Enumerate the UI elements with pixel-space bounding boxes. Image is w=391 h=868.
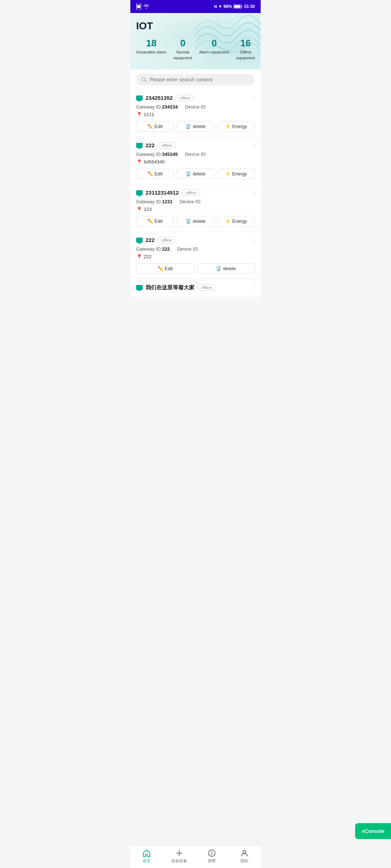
energy-icon-1: ⚡ <box>225 124 231 129</box>
device-location-3: 📍 123 <box>136 207 255 212</box>
status-badge-2: offline <box>157 142 176 149</box>
chevron-right-3[interactable]: › <box>253 190 255 196</box>
edit-button-2[interactable]: ✏️ Edit <box>136 169 174 179</box>
device-header-1: 234251352 offline › <box>136 95 255 101</box>
search-icon <box>141 77 147 82</box>
battery-icon <box>234 4 242 9</box>
device-card-4: 222 offline › Gateway ID:222 Device ID: … <box>130 232 261 279</box>
status-badge-4: offline <box>157 237 176 243</box>
svg-rect-1 <box>137 5 140 8</box>
device-location-1: 📍 1111 <box>136 112 255 118</box>
device-actions-3: ✏️ Edit 🗑️ delete ⚡ Energy <box>136 216 255 226</box>
search-input[interactable] <box>150 77 250 82</box>
device-info-4: Gateway ID:222 Device ID: <box>136 246 255 252</box>
energy-icon-3: ⚡ <box>225 218 231 224</box>
device-name-2: 222 <box>146 142 155 148</box>
device-card-3: 23112314512 offline › Gateway ID:1231 De… <box>130 184 261 232</box>
device-header-3: 23112314512 offline › <box>136 190 255 196</box>
device-location-4: 📍 222 <box>136 254 255 260</box>
hero-section: IOT 18 Unhandled alarm 0 Normalequipment… <box>130 13 261 69</box>
location-icon-3: 📍 <box>136 207 142 212</box>
search-section <box>130 69 261 90</box>
device-name-4: 222 <box>146 237 155 243</box>
device-name-5: 我们在这里等着大家 <box>146 284 194 291</box>
nfc-icon: N <box>214 4 217 9</box>
delete-icon-4: 🗑️ <box>216 266 222 271</box>
device-header-2: 222 offline › <box>136 142 255 149</box>
edit-button-3[interactable]: ✏️ Edit <box>136 216 174 226</box>
chevron-right-5[interactable]: › <box>253 284 255 291</box>
device-name-3: 23112314512 <box>146 190 179 196</box>
device-card-5: 我们在这里等着大家 offline › <box>130 279 261 297</box>
energy-button-2[interactable]: ⚡ Energy <box>217 169 255 179</box>
chevron-right-2[interactable]: › <box>253 142 255 149</box>
svg-rect-4 <box>234 5 240 8</box>
device-card-1: 234251352 offline › Gateway ID:234234 De… <box>130 90 261 137</box>
device-location-2: 📍 64564345 <box>136 159 255 165</box>
status-badge-5: offline <box>197 284 216 291</box>
edit-button-1[interactable]: ✏️ Edit <box>136 121 174 132</box>
status-right: N ✦ 98% 15:30 <box>214 4 255 9</box>
device-icon-4 <box>136 238 143 243</box>
energy-icon-2: ⚡ <box>225 171 231 176</box>
delete-button-1[interactable]: 🗑️ delete <box>177 121 214 132</box>
device-header-4: 222 offline › <box>136 237 255 243</box>
device-actions-2: ✏️ Edit 🗑️ delete ⚡ Energy <box>136 169 255 179</box>
device-info-1: Gateway ID:234234 Device ID: <box>136 104 255 110</box>
hero-stats: 18 Unhandled alarm 0 Normalequipment 0 A… <box>136 38 255 61</box>
bottom-spacer <box>130 297 261 323</box>
device-icon-1 <box>136 95 143 101</box>
stat-unhandled-alarm: 18 Unhandled alarm <box>136 38 167 61</box>
device-icon-3 <box>136 190 143 195</box>
device-name-1: 234251352 <box>146 95 173 101</box>
battery-percent: 98% <box>223 4 232 9</box>
device-icon-2 <box>136 143 143 148</box>
edit-icon-1: ✏️ <box>147 124 153 129</box>
delete-button-4[interactable]: 🗑️ delete <box>197 263 255 274</box>
time-display: 15:30 <box>244 4 255 9</box>
device-info-2: Gateway ID:345345 Device ID: <box>136 152 255 157</box>
edit-icon-2: ✏️ <box>147 171 153 176</box>
status-badge-1: offline <box>176 95 194 101</box>
stat-normal-equipment: 0 Normalequipment <box>173 38 192 61</box>
edit-icon-3: ✏️ <box>147 218 153 224</box>
energy-button-1[interactable]: ⚡ Energy <box>217 121 255 132</box>
device-info-3: Gateway ID:1231 Device ID: <box>136 199 255 204</box>
location-icon-1: 📍 <box>136 112 142 118</box>
location-icon-4: 📍 <box>136 254 142 260</box>
device-actions-1: ✏️ Edit 🗑️ delete ⚡ Energy <box>136 121 255 132</box>
energy-button-3[interactable]: ⚡ Energy <box>217 216 255 226</box>
device-icon-5 <box>136 285 143 290</box>
delete-button-3[interactable]: 🗑️ delete <box>177 216 214 226</box>
delete-icon-2: 🗑️ <box>185 171 191 176</box>
chevron-right-4[interactable]: › <box>253 237 255 243</box>
edit-button-4[interactable]: ✏️ Edit <box>136 263 194 274</box>
delete-icon-3: 🗑️ <box>185 218 191 224</box>
device-actions-4: ✏️ Edit 🗑️ delete <box>136 263 255 274</box>
status-badge-3: offline <box>182 190 200 196</box>
svg-rect-3 <box>241 6 242 8</box>
edit-icon-4: ✏️ <box>157 266 163 271</box>
stat-offline-equipment: 16 Offlineequipment <box>236 38 255 61</box>
device-card-2: 222 offline › Gateway ID:345345 Device I… <box>130 137 261 184</box>
chevron-right-1[interactable]: › <box>253 95 255 101</box>
device-list: 234251352 offline › Gateway ID:234234 De… <box>130 90 261 297</box>
location-icon-2: 📍 <box>136 159 142 165</box>
bluetooth-icon: ✦ <box>218 4 222 9</box>
delete-icon-1: 🗑️ <box>185 124 191 129</box>
device-header-5: 我们在这里等着大家 offline › <box>136 284 255 291</box>
status-left <box>136 4 149 9</box>
status-bar: N ✦ 98% 15:30 <box>130 0 261 13</box>
wifi-icon <box>143 4 149 9</box>
delete-button-2[interactable]: 🗑️ delete <box>177 169 214 179</box>
sim-icon <box>136 4 141 9</box>
stat-alarm-equipment: 0 Alarm equipment <box>199 38 229 61</box>
search-box[interactable] <box>136 74 255 85</box>
